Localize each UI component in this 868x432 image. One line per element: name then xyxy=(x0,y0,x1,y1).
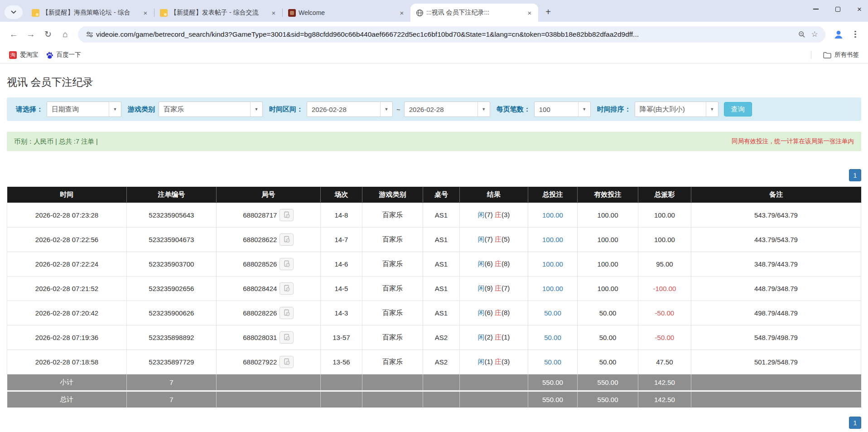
cell-total-bet[interactable]: 100.00 xyxy=(528,276,577,301)
col-game-type: 游戏类别 xyxy=(362,187,423,203)
video-replay-button[interactable] xyxy=(280,356,294,368)
page-size-select[interactable]: 100 ▼ xyxy=(534,102,591,117)
video-replay-button[interactable] xyxy=(280,233,294,246)
page-number-button[interactable]: 1 xyxy=(849,417,861,429)
player-count: (7) xyxy=(484,211,492,218)
cell-session: 14-5 xyxy=(320,276,362,301)
minimize-button[interactable] xyxy=(813,6,819,12)
video-replay-button[interactable] xyxy=(280,209,294,221)
game-type-select[interactable]: 百家乐 ▼ xyxy=(159,102,263,117)
tab-close-icon[interactable]: × xyxy=(398,9,406,17)
globe-icon xyxy=(416,9,424,17)
cell-total-bet[interactable]: 100.00 xyxy=(528,252,577,276)
address-bar[interactable]: videoie.com/game/betrecord_search/kind3?… xyxy=(78,26,825,43)
video-replay-button[interactable] xyxy=(280,331,294,344)
total-payout: 142.50 xyxy=(638,391,691,408)
cell-total-bet[interactable]: 100.00 xyxy=(528,203,577,227)
banker-count: (5) xyxy=(502,235,510,243)
chevron-down-icon: ▼ xyxy=(109,102,121,116)
tab-forum-2[interactable]: 【新提醒】发表帖子 - 综合交流 × xyxy=(154,4,282,22)
profile-avatar[interactable] xyxy=(831,27,846,42)
tab-close-icon[interactable]: × xyxy=(270,9,278,17)
cell-round: 688027922 xyxy=(216,349,320,374)
cell-result: 闲(7) 庄(3) xyxy=(460,203,528,227)
cell-game-type: 百家乐 xyxy=(362,276,423,301)
tab-title: :::视讯 会员下注纪录::: xyxy=(426,9,523,17)
browser-menu-icon[interactable] xyxy=(849,31,862,38)
page-number-button[interactable]: 1 xyxy=(849,169,861,181)
tab-close-icon[interactable]: × xyxy=(141,9,149,17)
video-replay-button[interactable] xyxy=(280,307,294,319)
cell-table-no: AS1 xyxy=(423,276,459,301)
tab-title: 【新提醒】海燕策略论坛 - 综合 xyxy=(42,9,139,17)
query-type-select[interactable]: 日期查询 ▼ xyxy=(47,102,121,117)
cell-payout: 100.00 xyxy=(638,203,691,227)
cell-session: 13-56 xyxy=(320,349,362,374)
cell-time: 2026-02-28 07:23:28 xyxy=(7,203,127,227)
cell-bet-id: 523235905643 xyxy=(126,203,216,227)
search-button[interactable]: 查询 xyxy=(724,102,752,116)
player-count: (6) xyxy=(484,260,492,267)
back-button[interactable]: ← xyxy=(6,27,21,42)
browser-toolbar: ← → ↻ ⌂ videoie.com/game/betrecord_searc… xyxy=(0,22,868,47)
tab-bet-records-active[interactable]: :::视讯 会员下注纪录::: × xyxy=(410,4,538,22)
home-button[interactable]: ⌂ xyxy=(58,27,72,42)
pagination-bottom: 1 xyxy=(7,417,861,429)
chevron-down-icon: ▼ xyxy=(477,102,490,116)
total-row: 总计 7 550.00 550.00 142.50 xyxy=(7,391,861,408)
reload-button[interactable]: ↻ xyxy=(41,27,55,42)
bookmark-baidu[interactable]: 百度一下 xyxy=(42,49,85,61)
bookmark-taobao[interactable]: 淘 爱淘宝 xyxy=(5,49,42,61)
date-to-input[interactable]: 2026-02-28 ▼ xyxy=(404,102,490,117)
cell-total-bet[interactable]: 50.00 xyxy=(528,349,577,374)
tab-close-icon[interactable]: × xyxy=(526,9,534,17)
sort-select[interactable]: 降幂(由大到小) ▼ xyxy=(635,102,719,117)
forward-button[interactable]: → xyxy=(24,27,38,42)
total-label: 总计 xyxy=(7,391,127,408)
sort-label: 时间排序： xyxy=(597,105,631,114)
site-info-icon[interactable] xyxy=(83,28,96,41)
table-row: 2026-02-28 07:20:42523235900626688028226… xyxy=(7,301,861,325)
video-replay-button[interactable] xyxy=(280,282,294,295)
cell-total-bet[interactable]: 50.00 xyxy=(528,325,577,349)
cell-result: 闲(2) 庄(1) xyxy=(460,325,528,349)
cell-result: 闲(6) 庄(8) xyxy=(460,301,528,325)
taobao-icon: 淘 xyxy=(9,51,17,59)
cell-total-bet[interactable]: 50.00 xyxy=(528,301,577,325)
cell-payout: 47.50 xyxy=(638,349,691,374)
bookmark-star-icon[interactable]: ☆ xyxy=(808,28,821,41)
player-count: (6) xyxy=(484,309,492,316)
round-number: 688028717 xyxy=(243,211,277,219)
cell-table-no: AS2 xyxy=(423,349,459,374)
col-result: 结果 xyxy=(460,187,528,203)
zoom-icon[interactable] xyxy=(796,28,808,41)
cell-note: 543.79/643.79 xyxy=(691,203,861,227)
cell-result: 闲(6) 庄(8) xyxy=(460,252,528,276)
tab-search-button[interactable] xyxy=(5,5,23,19)
cell-payout: -50.00 xyxy=(638,325,691,349)
url-text[interactable]: videoie.com/game/betrecord_search/kind3?… xyxy=(96,30,796,39)
summary-bar: 币别：人民币 | 总共 :7 注单 | 同局有效投注，统一计算在该局第一张注单内 xyxy=(7,132,861,151)
col-time: 时间 xyxy=(7,187,127,203)
window-close-button[interactable]: × xyxy=(856,6,863,12)
cell-time: 2026-02-28 07:19:36 xyxy=(7,325,127,349)
film-icon xyxy=(283,309,290,316)
tab-welcome[interactable]: Welcome × xyxy=(283,4,410,22)
cell-bet-id: 523235904673 xyxy=(126,227,216,252)
player-count: (2) xyxy=(484,333,492,341)
date-from-value: 2026-02-28 xyxy=(307,102,380,116)
banker-result: 庄 xyxy=(495,333,502,341)
cell-round: 688028526 xyxy=(216,252,320,276)
video-replay-button[interactable] xyxy=(280,258,294,270)
date-from-input[interactable]: 2026-02-28 ▼ xyxy=(307,102,393,117)
player-count: (7) xyxy=(484,235,492,243)
cell-time: 2026-02-28 07:22:24 xyxy=(7,252,127,276)
cell-note: 548.79/498.79 xyxy=(691,325,861,349)
tab-forum-1[interactable]: 【新提醒】海燕策略论坛 - 综合 × xyxy=(26,4,154,22)
all-bookmarks-button[interactable]: 所有书签 xyxy=(820,49,863,61)
banker-result: 庄 xyxy=(495,358,502,365)
forum-favicon xyxy=(32,9,39,17)
cell-total-bet[interactable]: 100.00 xyxy=(528,227,577,252)
maximize-button[interactable] xyxy=(834,6,841,12)
new-tab-button[interactable]: + xyxy=(542,5,555,18)
